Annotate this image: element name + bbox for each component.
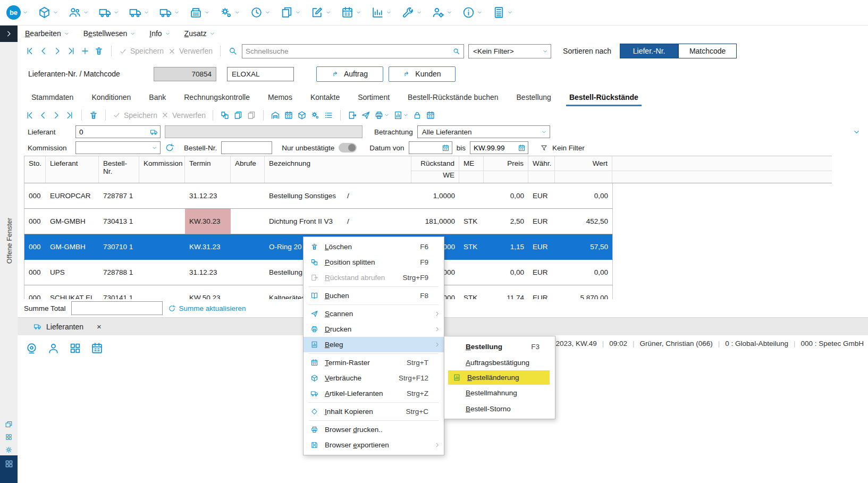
sort-liefernr-button[interactable]: Liefer.-Nr.	[620, 44, 678, 58]
lock-button[interactable]	[412, 111, 422, 120]
col-abrufe[interactable]: Abrufe	[231, 156, 265, 183]
module-copy[interactable]	[280, 6, 301, 19]
module-gears[interactable]	[220, 6, 240, 19]
tab-konditionen[interactable]: Konditionen	[91, 93, 131, 106]
col-lieferant[interactable]: Lieferant	[46, 156, 99, 183]
menu-item-beleg[interactable]: Beleg	[304, 337, 444, 352]
tab-sortiment[interactable]: Sortiment	[358, 93, 390, 106]
discard-button[interactable]: Verwerfen	[168, 47, 213, 55]
menu-item-buchen[interactable]: BuchenF8	[304, 288, 444, 303]
menu-zusatz[interactable]: Zusatz	[184, 29, 215, 38]
calendar-button[interactable]	[426, 111, 435, 120]
send-button[interactable]	[361, 111, 370, 120]
save-button[interactable]: Speichern	[119, 47, 164, 55]
auftrag-button[interactable]: Auftrag	[316, 66, 383, 82]
menu-item-inhalt-kopieren[interactable]: Inhalt KopierenStrg+C	[304, 404, 444, 419]
trash-button[interactable]	[94, 46, 104, 56]
tab-bestell-r-ckst-nde-buchen[interactable]: Bestell-Rückstände buchen	[408, 93, 498, 106]
tab-bestellung[interactable]: Bestellung	[517, 93, 551, 106]
copy-button[interactable]	[233, 111, 243, 120]
module-compose[interactable]	[310, 6, 331, 19]
calendar-grid-button[interactable]	[284, 111, 293, 120]
nav-next-button[interactable]	[53, 46, 62, 56]
menu-item-bestell-storno[interactable]: Bestell-Storno	[444, 401, 555, 417]
col-me[interactable]: ME	[459, 156, 484, 183]
menu-item-bestellmahnung[interactable]: Bestellmahnung	[444, 385, 555, 401]
module-clock[interactable]	[250, 6, 271, 19]
funnel-icon[interactable]	[540, 144, 548, 152]
tab-bestell-r-ckst-nde[interactable]: Bestell-Rückstände	[569, 93, 638, 106]
col-rueckstand[interactable]: RückstandWE	[411, 156, 459, 183]
trash-button[interactable]	[89, 111, 98, 120]
close-icon[interactable]: ×	[97, 322, 102, 331]
col-waehr[interactable]: Währ.	[528, 156, 555, 183]
menu-item-drucken[interactable]: Drucken	[304, 321, 444, 337]
module-truck-arrow[interactable]	[98, 6, 119, 19]
gear-button[interactable]	[5, 446, 13, 454]
menu-info[interactable]: Info	[149, 29, 170, 38]
menu-item-browser-drucken[interactable]: Browser drucken..	[304, 422, 444, 437]
nav-first-button[interactable]	[25, 46, 35, 56]
unbestaetigte-toggle[interactable]	[339, 143, 357, 152]
window-tab-lieferanten[interactable]: Lieferanten ×	[33, 322, 102, 331]
app-logo-button[interactable]: be	[6, 5, 28, 20]
menu-bestellwesen[interactable]: Bestellwesen	[83, 29, 136, 38]
filter-select[interactable]: <Kein Filter>	[468, 44, 551, 58]
camera-button[interactable]	[25, 342, 38, 355]
sort-matchcode-button[interactable]: Matchcode	[678, 44, 737, 58]
printer-button[interactable]	[374, 111, 390, 120]
panel-collapse-chevron-icon[interactable]	[853, 128, 861, 136]
search-icon[interactable]	[452, 47, 460, 55]
menu-item-l-schen[interactable]: LöschenF6	[304, 239, 444, 255]
nav-prev-button[interactable]	[38, 111, 48, 120]
matchcode-field[interactable]: ELOXAL	[227, 67, 294, 81]
bis-input[interactable]	[474, 144, 516, 152]
warehouse-button[interactable]	[271, 111, 280, 120]
col-kommission[interactable]: Kommission	[139, 156, 185, 183]
package-gear-button[interactable]	[310, 111, 320, 120]
nav-first-button[interactable]	[25, 111, 35, 120]
supplier-number-field[interactable]: 70854	[154, 67, 216, 81]
module-box[interactable]	[38, 6, 58, 19]
col-preis[interactable]: Preis	[484, 156, 528, 183]
col-termin[interactable]: Termin	[185, 156, 231, 183]
kein-filter-label[interactable]: Kein Filter	[552, 144, 585, 152]
list-button[interactable]	[324, 111, 333, 120]
nav-prev-button[interactable]	[39, 46, 48, 56]
tab-kontakte[interactable]: Kontakte	[310, 93, 340, 106]
summe-input[interactable]	[71, 301, 163, 315]
menu-item-auftragsbest-tigung[interactable]: Auftragsbestätigung	[444, 354, 555, 370]
check-button[interactable]: Speichern	[113, 111, 157, 120]
module-cash-register[interactable]	[189, 6, 210, 19]
nav-next-button[interactable]	[52, 111, 61, 120]
tab-rechnungskontrolle[interactable]: Rechnungskontrolle	[184, 93, 250, 106]
module-users[interactable]	[68, 6, 89, 19]
module-truck-copy[interactable]	[159, 6, 180, 19]
datum-von-input[interactable]	[412, 144, 440, 152]
col-bestellnr[interactable]: Bestell-Nr.	[99, 156, 139, 183]
grid-button[interactable]	[69, 342, 82, 355]
document-chart-button[interactable]	[393, 111, 409, 120]
tab-stammdaten[interactable]: Stammdaten	[31, 93, 73, 106]
menu-item-r-ckstand-abrufen[interactable]: Rückstand abrufenStrg+F9	[304, 270, 444, 285]
sidebar-expander[interactable]	[0, 26, 18, 42]
module-info[interactable]	[462, 6, 483, 19]
duplicate-button[interactable]	[220, 111, 230, 120]
table-row[interactable]: 000GM-GMBH730413 1KW.30.23Dichtung Front…	[24, 209, 613, 234]
truck-icon[interactable]	[150, 128, 158, 136]
menu-item-scannen[interactable]: Scannen	[304, 306, 444, 321]
plus-button[interactable]	[80, 46, 90, 56]
module-calendar[interactable]	[341, 6, 361, 19]
col-wert[interactable]: Wert	[555, 156, 612, 183]
module-calculator[interactable]	[492, 6, 513, 19]
menu-item-bestell-nderung[interactable]: Bestelländerung	[448, 370, 550, 385]
menu-item-termin-raster[interactable]: Termin-RasterStrg+T	[304, 355, 444, 370]
module-chart[interactable]	[371, 6, 392, 19]
search-input[interactable]	[246, 47, 449, 55]
betrachtung-select[interactable]: Alle Lieferanten	[417, 125, 550, 138]
col-bezeichnung[interactable]: Bezeichnung	[265, 156, 411, 183]
x-button[interactable]: Verwerfen	[161, 111, 206, 120]
menu-item-browser-exportieren[interactable]: Browser exportieren	[304, 437, 444, 453]
menu-item-artikel-lieferanten[interactable]: Artikel-LieferantenStrg+Z	[304, 386, 444, 401]
nav-last-button[interactable]	[66, 46, 76, 56]
